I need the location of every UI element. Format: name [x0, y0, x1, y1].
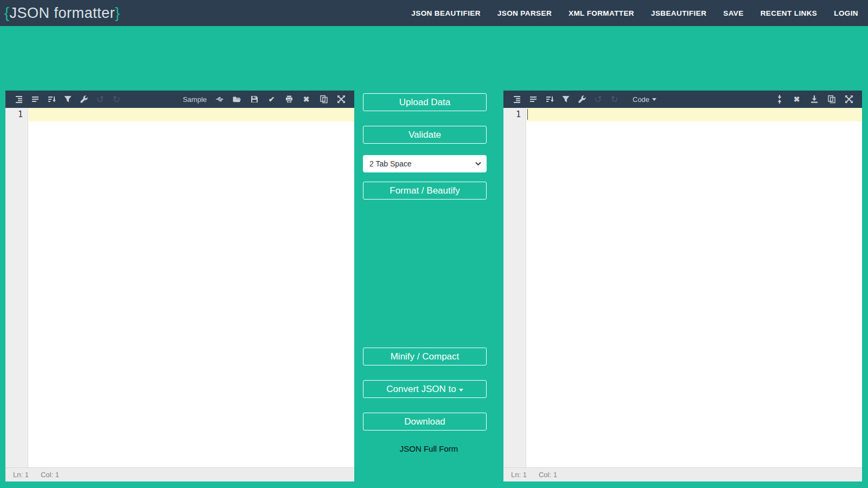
left-toolbar-right-group: Sample ✔ ✖ — [183, 95, 346, 104]
folder-open-icon[interactable] — [232, 95, 241, 104]
right-status-col: Col: 1 — [539, 471, 557, 479]
right-line-number: 1 — [503, 108, 526, 121]
print-icon[interactable] — [284, 95, 293, 104]
copy-icon[interactable] — [827, 95, 836, 104]
left-line-gutter — [5, 108, 28, 467]
site-logo[interactable]: {JSON formatter} — [4, 5, 120, 22]
clear-icon[interactable]: ✖ — [302, 95, 311, 104]
right-toolbar-right-group: ✖ — [775, 95, 853, 104]
redo-icon[interactable]: ↻ — [112, 95, 121, 104]
code-mode-label: Code — [633, 95, 649, 104]
upload-data-button[interactable]: Upload Data — [363, 93, 487, 111]
convert-json-to-label: Convert JSON to — [386, 384, 456, 395]
expand-icon[interactable] — [844, 95, 853, 104]
wrench-icon[interactable] — [79, 95, 88, 104]
save-icon[interactable] — [250, 95, 259, 104]
undo-icon[interactable]: ↺ — [95, 95, 105, 104]
nav-item-xml-formatter[interactable]: XML FORMATTER — [569, 9, 634, 17]
left-active-line — [29, 108, 354, 121]
nav-item-login[interactable]: LOGIN — [834, 9, 858, 17]
left-editor-toolbar: ↺ ↻ Sample ✔ ✖ — [5, 91, 354, 108]
right-editor-area[interactable]: 1 — [503, 108, 862, 467]
top-navbar: {JSON formatter} JSON BEAUTIFIER JSON PA… — [0, 0, 868, 26]
tab-space-select-wrap: 2 Tab Space — [363, 155, 487, 172]
logo-text: JSON formatter — [10, 5, 116, 21]
format-indent-icon[interactable] — [14, 95, 23, 104]
left-statusbar: Ln: 1 Col: 1 — [5, 467, 354, 481]
wrench-icon[interactable] — [577, 95, 586, 104]
compact-align-icon[interactable] — [30, 95, 40, 104]
nav-item-json-parser[interactable]: JSON PARSER — [497, 9, 552, 17]
filter-icon[interactable] — [63, 95, 72, 104]
format-beautify-button[interactable]: Format / Beautify — [363, 182, 487, 200]
tab-space-select[interactable]: 2 Tab Space — [363, 155, 487, 172]
nav-item-recent-links[interactable]: RECENT LINKS — [761, 9, 818, 17]
nav-item-save[interactable]: SAVE — [723, 9, 743, 17]
copy-icon[interactable] — [319, 95, 328, 104]
check-icon[interactable]: ✔ — [267, 95, 276, 104]
undo-icon[interactable]: ↺ — [593, 95, 603, 104]
right-editor-panel: ↺ ↻ Code ✖ 1 Ln: 1 Col: 1 — [503, 91, 862, 481]
json-full-form-link[interactable]: JSON Full Form — [354, 444, 503, 453]
logo-brace-right: } — [115, 5, 120, 21]
left-status-col: Col: 1 — [41, 471, 59, 479]
left-editor-area[interactable]: 1 — [5, 108, 354, 467]
sample-link[interactable]: Sample — [183, 95, 207, 104]
code-mode-dropdown[interactable]: Code — [633, 95, 656, 104]
nav-item-json-beautifier[interactable]: JSON BEAUTIFIER — [411, 9, 481, 17]
usb-icon[interactable] — [215, 95, 224, 104]
caret-down-icon — [459, 389, 463, 391]
redo-icon[interactable]: ↻ — [610, 95, 619, 104]
download-icon[interactable] — [809, 95, 819, 104]
right-editor-toolbar: ↺ ↻ Code ✖ — [503, 91, 862, 108]
compact-align-icon[interactable] — [528, 95, 538, 104]
expand-icon[interactable] — [336, 95, 346, 104]
minify-compact-button[interactable]: Minify / Compact — [363, 348, 487, 365]
compress-icon[interactable] — [775, 95, 784, 104]
right-line-gutter — [503, 108, 526, 467]
text-cursor — [527, 109, 528, 120]
nav-links: JSON BEAUTIFIER JSON PARSER XML FORMATTE… — [411, 9, 858, 17]
clear-icon[interactable]: ✖ — [792, 95, 801, 104]
nav-item-jsbeautifier[interactable]: JSBEAUTIFIER — [651, 9, 706, 17]
left-status-line: Ln: 1 — [13, 471, 29, 479]
right-status-line: Ln: 1 — [511, 471, 527, 479]
format-indent-icon[interactable] — [512, 95, 521, 104]
sort-icon[interactable] — [47, 95, 56, 104]
sort-icon[interactable] — [545, 95, 554, 104]
logo-brace-left: { — [4, 5, 10, 21]
download-button[interactable]: Download — [363, 413, 487, 431]
convert-json-to-button[interactable]: Convert JSON to — [363, 380, 487, 398]
controls-column: Upload Data Validate 2 Tab Space Format … — [354, 91, 503, 481]
validate-button[interactable]: Validate — [363, 126, 487, 144]
right-statusbar: Ln: 1 Col: 1 — [503, 467, 862, 481]
right-active-line — [527, 108, 862, 121]
filter-icon[interactable] — [561, 95, 570, 104]
caret-down-icon — [652, 98, 656, 101]
left-editor-panel: ↺ ↻ Sample ✔ ✖ 1 Ln: 1 Col: 1 — [5, 91, 354, 481]
left-line-number: 1 — [5, 108, 28, 121]
